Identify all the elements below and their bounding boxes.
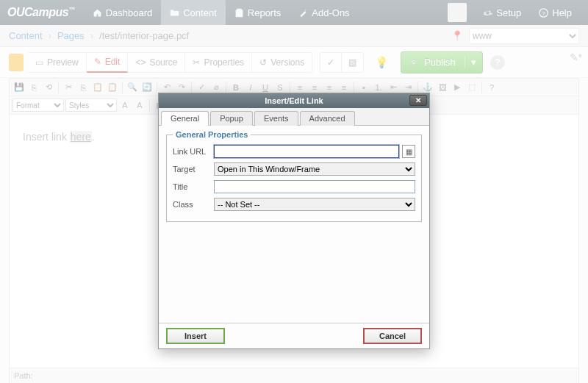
dialog-title: Insert/Edit Link bbox=[265, 96, 323, 105]
fieldset-legend: General Properties bbox=[173, 130, 251, 139]
target-label: Target bbox=[173, 165, 214, 173]
cancel-button[interactable]: Cancel bbox=[363, 328, 422, 344]
close-icon: ✕ bbox=[415, 96, 421, 104]
url-input[interactable] bbox=[214, 145, 399, 158]
tab-popup[interactable]: Popup bbox=[210, 111, 253, 126]
browse-button[interactable]: ▦ bbox=[402, 145, 415, 158]
tab-general[interactable]: General bbox=[161, 111, 209, 126]
dialog-tabs: General Popup Events Advanced bbox=[159, 108, 429, 126]
general-properties-fieldset: General Properties Link URL ▦ Target Ope… bbox=[166, 130, 422, 222]
dialog-titlebar[interactable]: Insert/Edit Link ✕ bbox=[159, 93, 429, 108]
grid-icon: ▦ bbox=[406, 148, 412, 156]
title-input[interactable] bbox=[214, 180, 415, 193]
insert-button[interactable]: Insert bbox=[166, 328, 225, 344]
modal-overlay: Insert/Edit Link ✕ General Popup Events … bbox=[0, 0, 588, 383]
url-label: Link URL bbox=[173, 147, 214, 156]
target-select[interactable]: Open in This Window/Frame bbox=[214, 162, 415, 176]
insert-link-dialog: Insert/Edit Link ✕ General Popup Events … bbox=[158, 93, 430, 349]
close-button[interactable]: ✕ bbox=[409, 95, 427, 106]
tab-events[interactable]: Events bbox=[254, 111, 298, 126]
class-label: Class bbox=[173, 200, 214, 209]
title-label: Title bbox=[173, 182, 214, 191]
tab-advanced[interactable]: Advanced bbox=[300, 111, 355, 126]
dialog-footer: Insert Cancel bbox=[159, 323, 429, 348]
class-select[interactable]: -- Not Set -- bbox=[214, 198, 415, 211]
